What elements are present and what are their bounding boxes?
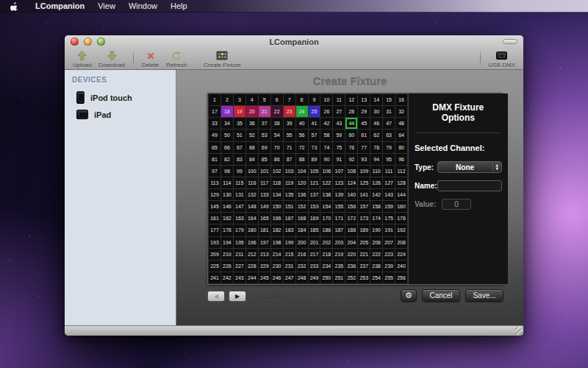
grid-cell-70[interactable]: 70 — [271, 142, 283, 153]
grid-cell-47[interactable]: 47 — [383, 118, 395, 129]
grid-cell-194[interactable]: 194 — [221, 237, 233, 248]
grid-cell-82[interactable]: 82 — [221, 154, 233, 165]
grid-cell-25[interactable]: 25 — [309, 106, 320, 117]
grid-cell-22[interactable]: 22 — [271, 106, 283, 117]
grid-cell-24[interactable]: 24 — [296, 106, 308, 117]
grid-cell-250[interactable]: 250 — [320, 272, 332, 283]
grid-cell-49[interactable]: 49 — [209, 130, 220, 141]
grid-cell-3[interactable]: 3 — [234, 94, 245, 105]
grid-cell-73[interactable]: 73 — [309, 142, 320, 153]
grid-cell-146[interactable]: 146 — [221, 201, 233, 212]
grid-cell-9[interactable]: 9 — [309, 94, 320, 105]
grid-cell-113[interactable]: 113 — [209, 177, 220, 188]
grid-cell-66[interactable]: 66 — [221, 142, 233, 153]
grid-cell-252[interactable]: 252 — [345, 272, 357, 283]
grid-cell-6[interactable]: 6 — [271, 94, 283, 105]
grid-cell-237[interactable]: 237 — [358, 261, 370, 272]
grid-cell-61[interactable]: 61 — [358, 130, 370, 141]
grid-cell-67[interactable]: 67 — [234, 142, 245, 153]
grid-cell-165[interactable]: 165 — [259, 213, 270, 224]
grid-cell-127[interactable]: 127 — [383, 177, 395, 188]
grid-cell-123[interactable]: 123 — [333, 177, 345, 188]
grid-cell-2[interactable]: 2 — [221, 94, 233, 105]
grid-cell-164[interactable]: 164 — [246, 213, 258, 224]
grid-cell-167[interactable]: 167 — [284, 213, 295, 224]
grid-cell-201[interactable]: 201 — [309, 237, 320, 248]
grid-cell-156[interactable]: 156 — [345, 201, 357, 212]
title-bar[interactable]: LCompanion — [65, 35, 523, 48]
toolbar-toggle-pill[interactable] — [503, 39, 517, 44]
sidebar-item-ipod-touch[interactable]: iPod touch — [65, 88, 176, 107]
grid-cell-249[interactable]: 249 — [309, 272, 320, 283]
grid-cell-59[interactable]: 59 — [333, 130, 345, 141]
grid-cell-142[interactable]: 142 — [370, 189, 382, 200]
sidebar-item-ipad[interactable]: iPad — [65, 107, 176, 122]
grid-cell-202[interactable]: 202 — [320, 237, 332, 248]
grid-cell-115[interactable]: 115 — [234, 177, 245, 188]
grid-cell-14[interactable]: 14 — [370, 94, 382, 105]
grid-cell-154[interactable]: 154 — [320, 201, 332, 212]
grid-cell-100[interactable]: 100 — [246, 166, 258, 177]
grid-cell-168[interactable]: 168 — [296, 213, 308, 224]
grid-cell-203[interactable]: 203 — [333, 237, 345, 248]
grid-cell-74[interactable]: 74 — [320, 142, 332, 153]
grid-cell-128[interactable]: 128 — [395, 177, 407, 188]
grid-cell-184[interactable]: 184 — [296, 224, 308, 236]
grid-cell-147[interactable]: 147 — [234, 201, 245, 212]
grid-cell-119[interactable]: 119 — [284, 177, 295, 188]
grid-cell-30[interactable]: 30 — [370, 106, 382, 117]
grid-cell-117[interactable]: 117 — [259, 177, 270, 188]
grid-cell-52[interactable]: 52 — [246, 130, 258, 141]
grid-cell-79[interactable]: 79 — [383, 142, 395, 153]
grid-cell-107[interactable]: 107 — [333, 166, 345, 177]
grid-cell-125[interactable]: 125 — [358, 177, 370, 188]
grid-cell-68[interactable]: 68 — [246, 142, 258, 153]
grid-cell-37[interactable]: 37 — [259, 118, 270, 129]
grid-cell-232[interactable]: 232 — [296, 261, 308, 272]
resize-grip[interactable] — [514, 327, 523, 335]
grid-cell-98[interactable]: 98 — [221, 166, 233, 177]
grid-cell-226[interactable]: 226 — [221, 261, 233, 272]
grid-cell-21[interactable]: 21 — [259, 106, 270, 117]
grid-cell-251[interactable]: 251 — [333, 272, 345, 283]
grid-cell-89[interactable]: 89 — [309, 154, 320, 165]
grid-cell-39[interactable]: 39 — [284, 118, 295, 129]
grid-cell-40[interactable]: 40 — [296, 118, 308, 129]
grid-cell-224[interactable]: 224 — [395, 249, 407, 260]
grid-cell-27[interactable]: 27 — [333, 106, 345, 117]
grid-cell-17[interactable]: 17 — [209, 106, 220, 117]
value-field[interactable] — [442, 199, 471, 210]
grid-cell-120[interactable]: 120 — [296, 177, 308, 188]
grid-cell-254[interactable]: 254 — [370, 272, 382, 283]
grid-cell-141[interactable]: 141 — [358, 189, 370, 200]
grid-cell-48[interactable]: 48 — [395, 118, 407, 129]
grid-cell-69[interactable]: 69 — [259, 142, 270, 153]
grid-cell-135[interactable]: 135 — [284, 189, 295, 200]
grid-cell-241[interactable]: 241 — [209, 272, 220, 283]
grid-cell-50[interactable]: 50 — [221, 130, 233, 141]
grid-cell-176[interactable]: 176 — [395, 213, 407, 224]
grid-cell-16[interactable]: 16 — [395, 94, 407, 105]
grid-cell-219[interactable]: 219 — [333, 249, 345, 260]
grid-cell-212[interactable]: 212 — [246, 249, 258, 260]
grid-cell-182[interactable]: 182 — [271, 224, 283, 236]
grid-cell-143[interactable]: 143 — [383, 189, 395, 200]
grid-cell-53[interactable]: 53 — [259, 130, 270, 141]
grid-cell-210[interactable]: 210 — [221, 249, 233, 260]
grid-cell-149[interactable]: 149 — [259, 201, 270, 212]
create-fixture-button[interactable]: Create Fixture — [200, 48, 245, 69]
grid-cell-190[interactable]: 190 — [370, 224, 382, 236]
grid-cell-95[interactable]: 95 — [383, 154, 395, 165]
menu-item-app[interactable]: LCompanion — [29, 0, 91, 13]
grid-cell-121[interactable]: 121 — [309, 177, 320, 188]
grid-cell-71[interactable]: 71 — [284, 142, 295, 153]
grid-cell-26[interactable]: 26 — [320, 106, 332, 117]
grid-cell-63[interactable]: 63 — [383, 130, 395, 141]
grid-cell-245[interactable]: 245 — [259, 272, 270, 283]
grid-cell-152[interactable]: 152 — [296, 201, 308, 212]
grid-cell-151[interactable]: 151 — [284, 201, 295, 212]
name-field[interactable] — [437, 180, 502, 191]
grid-cell-114[interactable]: 114 — [221, 177, 233, 188]
grid-cell-166[interactable]: 166 — [271, 213, 283, 224]
grid-cell-173[interactable]: 173 — [358, 213, 370, 224]
